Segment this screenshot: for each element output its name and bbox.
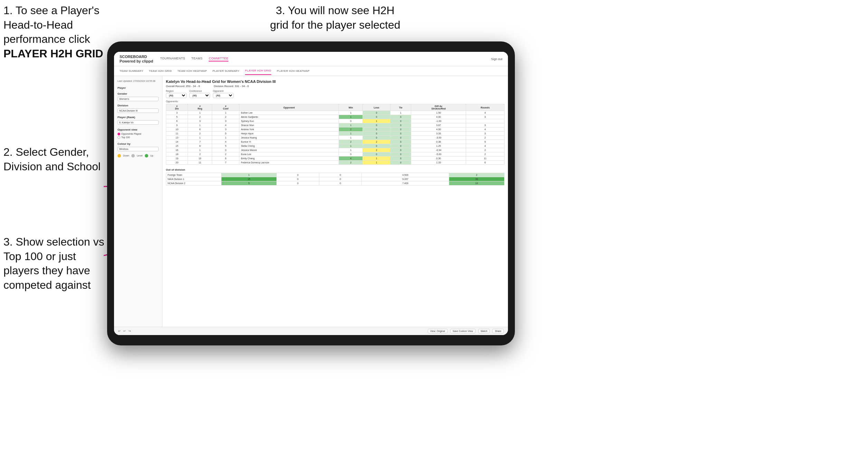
table-row: 19 10 6 Emily Chang 4 1 0 0.30 11 <box>166 156 504 161</box>
legend: Down Level Up <box>117 154 159 158</box>
ood-name: Foreign Team <box>166 173 221 177</box>
cell-tie: 0 <box>390 156 411 161</box>
cell-opponent: Andrea York <box>239 127 339 132</box>
cell-reg: 7 <box>188 140 212 144</box>
cell-tie: 0 <box>390 140 411 144</box>
ood-diff: 4.500 <box>362 173 449 177</box>
cell-opponent: Alexis Sudjianto <box>239 115 339 119</box>
col-rounds: Rounds <box>466 104 504 111</box>
cell-win: 1 <box>339 136 363 140</box>
cell-conf: 4 <box>212 123 239 127</box>
last-updated: Last Updated: 27/03/2024 16:55:38 <box>117 79 159 83</box>
view-original-btn[interactable]: View: Original <box>428 329 447 333</box>
cell-win: 1 <box>339 123 363 127</box>
cell-reg: 3 <box>188 119 212 123</box>
ood-tie: 0 <box>319 181 362 185</box>
sub-nav-team-summary[interactable]: TEAM SUMMARY <box>120 67 143 75</box>
legend-level-label: Level <box>137 154 143 157</box>
cell-conf: 2 <box>212 152 239 156</box>
cell-rounds: 4 <box>466 144 504 148</box>
cell-diff: 0.38 <box>411 140 466 144</box>
cell-diff: 3.33 <box>411 132 466 136</box>
cell-opponent: Euna Lee <box>239 152 339 156</box>
opponent-view-group: Opponents Played Top 100 <box>117 133 159 139</box>
gender-select[interactable]: Women's <box>117 97 159 101</box>
cell-reg: 1 <box>188 123 212 127</box>
sub-nav-player-h2h-grid[interactable]: PLAYER H2H GRID <box>245 67 271 75</box>
cell-tie: 1 <box>390 111 411 115</box>
cell-conf: 7 <box>212 161 239 165</box>
save-custom-btn[interactable]: Save Custom View <box>450 329 475 333</box>
legend-down-dot <box>117 154 121 158</box>
cell-diff: 1.50 <box>411 111 466 115</box>
division-select[interactable]: NCAA Division III <box>117 108 159 113</box>
cell-rounds <box>466 119 504 123</box>
nav-tournaments[interactable]: TOURNAMENTS <box>160 57 185 61</box>
cell-rounds: 2 <box>466 148 504 152</box>
sub-nav-team-h2h-grid[interactable]: TEAM H2H GRID <box>149 67 172 75</box>
table-row: 10 6 3 Andrea York 2 0 0 4.00 4 <box>166 127 504 132</box>
step3-top-text: 3. You will now see H2H grid for the pla… <box>270 3 401 32</box>
share-btn[interactable]: Share <box>492 329 504 333</box>
step1-instruction: 1. To see a Player's Head-to-Head perfor… <box>3 3 111 61</box>
undo-icon[interactable]: ↩ <box>118 330 121 333</box>
cell-reg: 6 <box>188 127 212 132</box>
redo-icon[interactable]: ↪ <box>129 330 131 333</box>
col-reg: #Reg <box>188 104 212 111</box>
nav-sign-out[interactable]: Sign out <box>491 57 502 61</box>
ood-name: NAIA Division 1 <box>166 177 221 181</box>
cell-div: 16 <box>166 148 188 152</box>
overall-record: Overall Record: 353 - 34 - 6 <box>166 85 200 88</box>
cell-win: 4 <box>339 156 363 161</box>
cell-rounds: 4 <box>466 127 504 132</box>
cell-div: 10 <box>166 127 188 132</box>
cell-tie: 0 <box>390 115 411 119</box>
sub-nav: TEAM SUMMARY TEAM H2H GRID TEAM H2H HEAT… <box>114 66 508 76</box>
cell-div: 13 <box>166 136 188 140</box>
sub-nav-player-h2h-heatmap[interactable]: PLAYER H2H HEATMAP <box>277 67 310 75</box>
cell-opponent: Jessica Huang <box>239 136 339 140</box>
conference-select[interactable]: (All) <box>189 93 210 98</box>
cell-rounds: 4 <box>466 111 504 115</box>
undo2-icon[interactable]: ↩ <box>123 330 126 333</box>
cell-loss: 0 <box>363 115 390 119</box>
table-row: 15 8 5 Stella Cheng 1 0 0 1.25 4 <box>166 144 504 148</box>
ood-tie: 0 <box>319 173 362 177</box>
opponent-played-radio[interactable] <box>117 133 120 135</box>
cell-reg: 2 <box>188 152 212 156</box>
table-row: 18 2 2 Euna Lee 0 0 0 -5.00 2 <box>166 152 504 156</box>
cell-diff: 3.67 <box>411 123 466 127</box>
top100-radio[interactable] <box>117 136 120 139</box>
gender-label: Gender <box>117 92 159 95</box>
nav-bar: SCOREBOARD Powered by clippd TOURNAMENTS… <box>114 52 508 66</box>
ood-name: NCAA Division 2 <box>166 181 221 185</box>
out-of-division-label: Out of division <box>166 168 504 171</box>
legend-down-label: Down <box>123 154 129 157</box>
watch-btn[interactable]: Watch <box>478 329 490 333</box>
top100-option[interactable]: Top 100 <box>117 136 159 139</box>
ood-row: Foreign Team 1 0 0 4.500 2 <box>166 173 504 177</box>
ood-loss: 0 <box>277 173 319 177</box>
opponent-select[interactable]: (All) <box>213 93 234 98</box>
out-of-division: Out of division Foreign Team 1 0 0 4.500… <box>166 168 504 185</box>
colour-by-select[interactable]: Win/loss <box>117 147 159 151</box>
ood-rounds: 30 <box>449 177 504 181</box>
grid-records: Overall Record: 353 - 34 - 6 Division Re… <box>166 85 504 88</box>
region-select[interactable]: (All) <box>166 93 187 98</box>
cell-opponent: Sharon Mun <box>239 123 339 127</box>
nav-committee[interactable]: COMMITTEE <box>209 57 228 61</box>
col-win: Win <box>339 104 363 111</box>
ood-row: NAIA Division 1 15 0 0 9.267 30 <box>166 177 504 181</box>
table-row: 9 1 4 Sharon Mun 1 0 0 3.67 3 <box>166 123 504 127</box>
division-record: Division Record: 331 - 34 - 6 <box>214 85 249 88</box>
opponent-played-option[interactable]: Opponents Played <box>117 133 159 135</box>
cell-diff: 1.25 <box>411 144 466 148</box>
table-row: 20 11 7 Federica Domecq Lacroze 2 1 0 1.… <box>166 161 504 165</box>
cell-tie: 0 <box>390 119 411 123</box>
nav-teams[interactable]: TEAMS <box>191 57 203 61</box>
sub-nav-player-summary[interactable]: PLAYER SUMMARY <box>213 67 239 75</box>
cell-loss: 1 <box>363 161 390 165</box>
sub-nav-team-h2h-heatmap[interactable]: TEAM H2H HEATMAP <box>177 67 207 75</box>
player-rank-select[interactable]: 8. Katelyn Vo <box>117 120 159 125</box>
cell-rounds: 9 <box>466 140 504 144</box>
